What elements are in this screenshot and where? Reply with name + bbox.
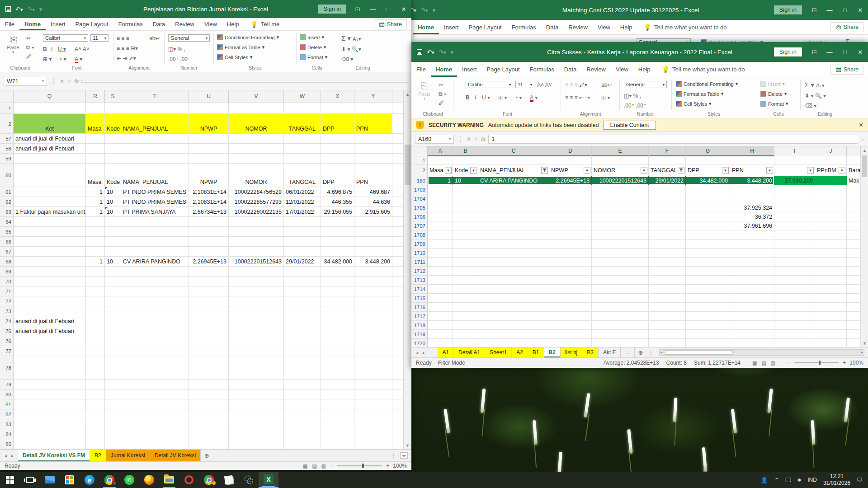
font-color-icon[interactable]: A ▾ [75,56,82,63]
cell-B1705[interactable] [453,203,478,212]
cell-U70[interactable] [189,277,229,286]
menu-tab-file[interactable]: File [411,62,431,77]
font-color-icon[interactable]: A ▾ [530,94,538,102]
row-header-1707[interactable]: 1707 [411,221,428,230]
cell-C1713[interactable] [478,276,549,285]
cell-D1705[interactable] [549,203,592,212]
cell-S60[interactable]: Kode [105,164,121,187]
cell-D1710[interactable] [549,249,592,258]
cell-K1711[interactable] [847,258,861,267]
row-header-1705[interactable]: 1705 [411,203,428,212]
cell-T79[interactable] [121,380,189,389]
cell-R76[interactable] [86,336,105,346]
sheet-nav-ellipsis[interactable]: ... [429,350,433,355]
conditional-formatting-button[interactable]: Conditional Formatting ▾ [676,81,738,87]
cell-filler[interactable] [392,257,403,267]
cancel-icon[interactable]: ✕ [60,78,64,84]
cell-X57[interactable] [321,134,354,144]
cell-K1720[interactable] [847,339,861,347]
row-header-1715[interactable]: 1715 [411,294,428,303]
cell-E1719[interactable] [592,330,649,339]
cell-X83[interactable] [321,419,354,429]
cell-V85[interactable] [229,439,284,449]
page-layout-view-icon[interactable]: ▤ [761,360,766,366]
cell-X73[interactable] [321,306,354,316]
cell-K1705[interactable] [847,203,861,212]
cell-B1718[interactable] [453,321,478,330]
cell-A1705[interactable] [428,203,453,212]
row-header-1710[interactable]: 1710 [411,249,428,258]
cell-R66[interactable] [86,237,105,247]
cell-S2[interactable]: Kode [105,114,121,134]
save-icon[interactable] [417,49,422,55]
cell-V67[interactable] [229,247,284,257]
merge-center-icon[interactable]: ⊞ ▾ [601,94,610,101]
header-cell-DPP[interactable]: DPP▼ [686,164,730,176]
cell-V73[interactable] [229,306,284,316]
cell-V60[interactable]: NOMOR [229,164,284,187]
cell-A1706[interactable] [428,212,453,221]
row-header-76[interactable]: 76 [0,336,14,346]
cell-K1704[interactable] [847,194,861,203]
cell-Q62[interactable] [14,197,86,207]
cell-X81[interactable] [321,399,354,409]
row-header-1[interactable]: 1 [411,156,428,164]
filter-dropdown-icon[interactable]: ▼ [766,167,773,174]
cell-Q60[interactable] [14,164,86,187]
font-name-combo[interactable]: Calibri▾ [43,34,88,42]
cell-I1712[interactable] [774,267,815,276]
row-header-1711[interactable]: 1711 [411,258,428,267]
menu-tab-help[interactable]: Help [633,62,656,77]
row-header-78[interactable]: 78 [0,356,14,380]
cell-U84[interactable] [189,429,229,439]
cell-B1704[interactable] [453,194,478,203]
cell-R73[interactable] [86,306,105,316]
cell-Q77[interactable] [14,346,86,356]
cell-B1720[interactable] [453,339,478,347]
filter-dropdown-icon[interactable]: ▼ [807,167,814,174]
cell-W62[interactable]: 12/01/2022 [284,197,321,207]
cell-W64[interactable] [284,217,321,227]
sheet-tab-jurnal-koreksi[interactable]: Jurnal Koreksi [106,450,150,461]
row-header-58[interactable]: 58 [0,144,14,154]
minimize-button[interactable]: — [822,7,837,14]
cell-C1710[interactable] [478,249,549,258]
cell-Y71[interactable] [354,286,392,296]
cell-I1717[interactable] [774,312,815,321]
cell-Q71[interactable] [14,286,86,296]
cell-X63[interactable]: 29.156.055 [321,207,354,217]
add-sheet-button[interactable]: ⊕ [635,347,646,357]
scroll-down-icon[interactable]: ▼ [404,441,411,449]
cell-C1[interactable] [478,156,549,164]
cell-X65[interactable] [321,227,354,237]
cell-V71[interactable] [229,286,284,296]
cell-G1704[interactable] [686,194,730,203]
cell-J1712[interactable] [815,267,847,276]
cell-J1713[interactable] [815,276,847,285]
cell-X72[interactable] [321,296,354,306]
italic-button[interactable]: I [475,94,476,101]
delete-cells-button[interactable]: Delete ▾ [760,91,787,97]
cell-Q69[interactable] [14,267,86,277]
cell-K1715[interactable] [847,294,861,303]
cell-W63[interactable]: 17/01/2022 [284,207,321,217]
left-vertical-scrollbar[interactable]: ▲ ▼ [403,90,411,449]
row-header-1716[interactable]: 1716 [411,303,428,312]
cell-filler[interactable] [392,277,403,286]
row-header-2[interactable]: 2 [0,114,14,134]
row-header-73[interactable]: 73 [0,306,14,316]
minimize-button[interactable]: — [365,6,381,13]
cell-R75[interactable] [86,326,105,336]
sheet-tab-b1[interactable]: B1 [528,347,544,357]
row-header-77[interactable]: 77 [0,346,14,356]
cell-B1[interactable] [453,156,478,164]
font-grow-shrink-icons[interactable]: A˄ A˅ [537,82,552,88]
cell-K1709[interactable] [847,239,861,249]
cell-C1718[interactable] [478,321,549,330]
maximize-button[interactable]: □ [381,6,396,13]
cell-A1704[interactable] [428,194,453,203]
cell-D1713[interactable] [549,276,592,285]
cell-U76[interactable] [189,336,229,346]
row-header-70[interactable]: 70 [0,277,14,286]
row-header-63[interactable]: 63 [0,207,14,217]
